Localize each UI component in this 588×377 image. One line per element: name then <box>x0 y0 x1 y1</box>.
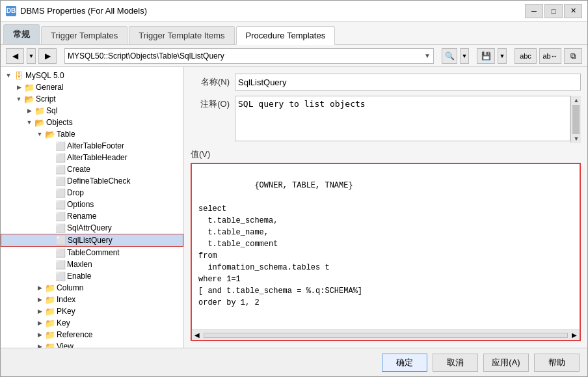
tree-item-index[interactable]: ▶ 📁 Index <box>1 294 183 305</box>
expand-spacer-drop <box>45 188 55 198</box>
tree-item-altertableheader[interactable]: ⬜ AlterTableHeader <box>1 152 183 163</box>
item-icon-maxlen: ⬜ <box>55 259 66 270</box>
close-button[interactable]: ✕ <box>564 4 582 18</box>
name-input[interactable] <box>235 74 581 91</box>
tree-label-maxlen: Maxlen <box>67 260 92 269</box>
tree-label-general: General <box>36 83 64 92</box>
tree-item-general[interactable]: ▶ 📁 General <box>1 81 183 93</box>
expand-spacer-sqllistquery <box>46 235 56 245</box>
maximize-button[interactable]: □ <box>544 4 563 18</box>
code-content[interactable]: {OWNER, TABLE, TNAME} select t.table_sch… <box>192 164 580 329</box>
dropdown-arrow-icon: ▼ <box>424 52 431 59</box>
expand-spacer-altertableheader <box>45 152 55 163</box>
item-icon-altertablefooter: ⬜ <box>55 141 66 151</box>
horizontal-scrollbar: ◀ ▶ <box>192 329 580 340</box>
value-section: 值(V) {OWNER, TABLE, TNAME} select t.tabl… <box>191 148 581 341</box>
hscroll-track[interactable] <box>204 333 568 338</box>
tree-item-reference[interactable]: ▶ 📁 Reference <box>1 329 183 341</box>
value-label: 值(V) <box>191 148 581 160</box>
tree-item-rename[interactable]: ⬜ Rename <box>1 210 183 222</box>
tree-item-drop[interactable]: ⬜ Drop <box>1 187 183 199</box>
expand-spacer-enable <box>45 271 55 281</box>
folder-icon-reference: 📁 <box>45 329 55 340</box>
tree-item-table[interactable]: ▼ 📂 Table <box>1 128 183 140</box>
cancel-button[interactable]: 取消 <box>433 354 478 372</box>
sidebar: ▼ 🗄 MySQL 5.0 ▶ 📁 General ▼ 📂 Script <box>1 67 184 348</box>
path-text: MYSQL50::Script\Objects\Table\SqlListQue… <box>68 51 224 61</box>
minimize-button[interactable]: ─ <box>525 4 543 18</box>
tree-item-definetablecheck[interactable]: ⬜ DefineTableCheck <box>1 175 183 187</box>
tree-item-view[interactable]: ▶ 📁 View <box>1 341 183 348</box>
expand-icon-objects: ▼ <box>24 117 34 128</box>
tree: ▼ 🗄 MySQL 5.0 ▶ 📁 General ▼ 📂 Script <box>1 67 183 348</box>
tree-label-altertableheader: AlterTableHeader <box>67 153 127 162</box>
comment-wrapper: SQL query to list objects ▲ ▼ <box>235 96 581 143</box>
expand-icon-view: ▶ <box>34 341 45 348</box>
tree-label-sqllistquery: SqlListQuery <box>68 236 113 245</box>
forward-button[interactable]: ▶ <box>38 48 57 64</box>
folder-icon-mysql50: 🗄 <box>14 70 24 81</box>
expand-icon-reference: ▶ <box>34 329 45 340</box>
window-title: DBMS Properties (For All Models) <box>20 6 521 16</box>
tree-item-sql[interactable]: ▶ 📁 Sql <box>1 105 183 117</box>
ab-button[interactable]: ab↔ <box>539 48 561 64</box>
tree-item-script[interactable]: ▼ 📂 Script <box>1 93 183 105</box>
tree-item-column[interactable]: ▶ 📁 Column <box>1 282 183 294</box>
confirm-button[interactable]: 确定 <box>382 354 427 372</box>
tree-item-enable[interactable]: ⬜ Enable <box>1 270 183 282</box>
footer: 确定 取消 应用(A) 帮助 <box>1 348 587 376</box>
tree-item-key[interactable]: ▶ 📁 Key <box>1 317 183 329</box>
tab-general[interactable]: 常规 <box>3 24 40 44</box>
tab-trigger-template-items[interactable]: Trigger Template Items <box>129 26 234 44</box>
abc-button[interactable]: abc <box>514 48 537 64</box>
item-icon-rename: ⬜ <box>55 211 66 221</box>
tree-item-pkey[interactable]: ▶ 📁 PKey <box>1 305 183 317</box>
save-dropdown[interactable]: ▼ <box>498 48 507 64</box>
tree-label-altertablefooter: AlterTableFooter <box>67 141 124 150</box>
expand-spacer-rename <box>45 211 55 221</box>
tree-item-options[interactable]: ⬜ Options <box>1 199 183 210</box>
search-button[interactable]: 🔍 <box>442 48 457 64</box>
expand-icon-mysql50: ▼ <box>3 70 14 81</box>
tree-item-sqllistquery[interactable]: ⬜ SqlListQuery <box>1 234 183 247</box>
tree-label-index: Index <box>57 295 75 304</box>
tree-item-create[interactable]: ⬜ Create <box>1 163 183 175</box>
comment-textarea[interactable]: SQL query to list objects <box>235 96 570 141</box>
tab-procedure-templates[interactable]: Procedure Templates <box>236 26 336 45</box>
dropdown-arrow-btn[interactable]: ▼ <box>27 48 36 64</box>
tree-label-column: Column <box>57 283 83 292</box>
title-bar: DB DBMS Properties (For All Models) ─ □ … <box>1 1 587 21</box>
hscroll-left-arrow[interactable]: ◀ <box>192 330 202 341</box>
apply-button[interactable]: 应用(A) <box>483 354 529 372</box>
tree-label-create: Create <box>67 165 90 174</box>
expand-icon-pkey: ▶ <box>34 306 45 316</box>
right-panel: 名称(N) 注释(O) SQL query to list objects ▲ … <box>184 67 587 348</box>
folder-icon-table: 📂 <box>45 129 55 139</box>
copy-button[interactable]: ⧉ <box>564 48 582 64</box>
comment-scrollbar: ▲ ▼ <box>570 96 581 143</box>
tree-label-key: Key <box>57 318 70 328</box>
expand-spacer-altertablefooter <box>45 141 55 151</box>
expand-spacer-sqlattrquery <box>45 223 55 233</box>
save-button[interactable]: 💾 <box>477 48 495 64</box>
expand-spacer-create <box>45 164 55 175</box>
tab-trigger-templates[interactable]: Trigger Templates <box>41 26 127 44</box>
path-dropdown[interactable]: MYSQL50::Script\Objects\Table\SqlListQue… <box>64 48 434 64</box>
tree-item-sqlattrquery[interactable]: ⬜ SqlAttrQuery <box>1 222 183 234</box>
tree-item-tablecomment[interactable]: ⬜ TableComment <box>1 247 183 258</box>
scroll-thumb <box>572 105 580 134</box>
toolbar: ◀ ▼ ▶ MYSQL50::Script\Objects\Table\SqlL… <box>1 45 587 67</box>
hscroll-right-arrow[interactable]: ▶ <box>569 330 580 341</box>
help-button[interactable]: 帮助 <box>534 354 580 372</box>
back-button[interactable]: ◀ <box>6 48 24 64</box>
main-window: DB DBMS Properties (For All Models) ─ □ … <box>0 0 588 377</box>
tree-item-altertablefooter[interactable]: ⬜ AlterTableFooter <box>1 140 183 152</box>
scroll-down-arrow[interactable]: ▼ <box>571 134 581 143</box>
search-dropdown[interactable]: ▼ <box>460 48 469 64</box>
tree-label-script: Script <box>36 94 56 104</box>
tree-item-objects[interactable]: ▼ 📂 Objects <box>1 117 183 128</box>
tree-item-mysql50[interactable]: ▼ 🗄 MySQL 5.0 <box>1 70 183 81</box>
tree-label-sqlattrquery: SqlAttrQuery <box>67 223 112 232</box>
tree-item-maxlen[interactable]: ⬜ Maxlen <box>1 258 183 270</box>
scroll-up-arrow[interactable]: ▲ <box>571 96 581 105</box>
